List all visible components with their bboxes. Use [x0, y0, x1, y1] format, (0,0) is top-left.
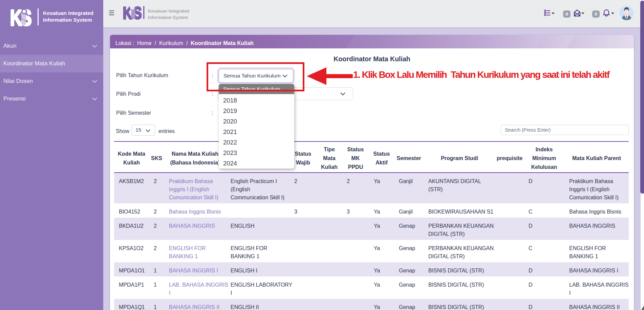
svg-text:K: K [10, 6, 22, 30]
svg-text:Information System: Information System [43, 17, 92, 23]
svg-text:Kesatuan Integrated: Kesatuan Integrated [43, 10, 93, 16]
svg-text:Kesatuan Integrated: Kesatuan Integrated [148, 9, 189, 14]
svg-text:Information System: Information System [148, 15, 188, 20]
